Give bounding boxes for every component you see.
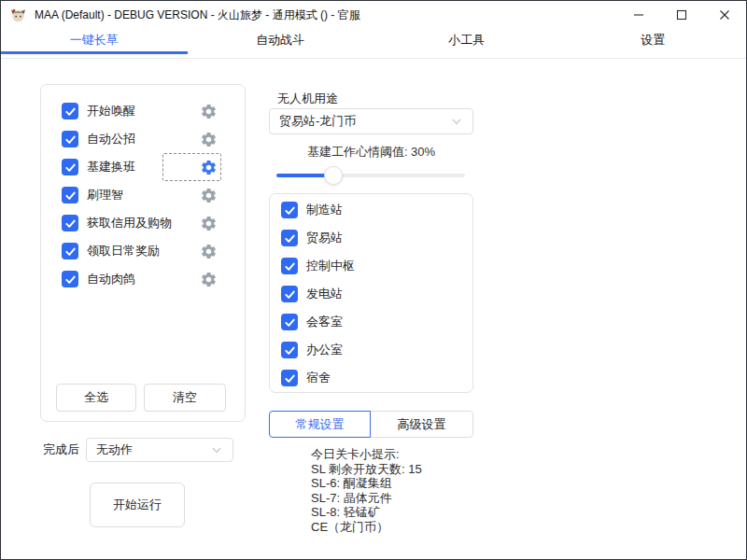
task-settings-gear-button-focused[interactable] bbox=[162, 153, 221, 181]
stage-tips-block: 今日关卡小提示: SL 剩余开放天数: 15 SL-6: 酮凝集组 SL-7: … bbox=[311, 447, 422, 535]
tab-label: 一键长草 bbox=[70, 32, 119, 49]
after-completion-row: 完成后 无动作 bbox=[43, 438, 233, 462]
facility-checkbox-control-center[interactable] bbox=[281, 258, 298, 274]
after-completion-select[interactable]: 无动作 bbox=[86, 438, 233, 462]
tab-label: 小工具 bbox=[448, 32, 485, 49]
chevron-down-icon bbox=[210, 443, 223, 456]
gear-icon bbox=[200, 271, 218, 288]
advanced-settings-button[interactable]: 高级设置 bbox=[370, 411, 473, 438]
facility-checkbox-manufacturing[interactable] bbox=[281, 202, 298, 218]
gear-icon bbox=[200, 103, 218, 120]
drone-usage-label: 无人机用途 bbox=[277, 91, 338, 107]
slider-thumb[interactable] bbox=[324, 166, 343, 185]
task-settings-gear-button[interactable] bbox=[162, 265, 221, 293]
tab-label: 设置 bbox=[641, 32, 665, 49]
facility-row-control-center: 控制中枢 bbox=[270, 252, 472, 280]
facility-checkbox-power[interactable] bbox=[281, 286, 298, 302]
start-run-button[interactable]: 开始运行 bbox=[90, 483, 185, 527]
task-label: 自动公招 bbox=[87, 131, 135, 147]
tab-settings[interactable]: 设置 bbox=[560, 29, 747, 51]
task-checkbox-base-shift[interactable] bbox=[62, 159, 78, 175]
app-logo-icon bbox=[10, 7, 26, 23]
task-row-auto-recruit: 自动公招 bbox=[41, 125, 245, 153]
facility-label: 办公室 bbox=[306, 342, 343, 358]
task-checkbox-wake-up[interactable] bbox=[62, 103, 78, 119]
task-label: 获取信用及购物 bbox=[87, 215, 172, 231]
app-window: MAA (Default) - DEBUG VERSION - 火山旅梦 - 通… bbox=[0, 0, 747, 560]
task-settings-gear-button[interactable] bbox=[162, 181, 221, 209]
task-checkbox-daily-rewards[interactable] bbox=[62, 243, 78, 259]
tip-line: CE（龙门币） bbox=[311, 520, 422, 535]
select-all-button[interactable]: 全选 bbox=[56, 384, 136, 412]
main-content: 开始唤醒 自动公招 基建换班 刷理智 获取信用及购物 bbox=[1, 58, 746, 559]
facility-row-power: 发电站 bbox=[270, 280, 472, 308]
tab-onekey-farming[interactable]: 一键长草 bbox=[1, 29, 188, 51]
gear-icon bbox=[200, 187, 218, 204]
title-bar: MAA (Default) - DEBUG VERSION - 火山旅梦 - 通… bbox=[1, 1, 746, 29]
maximize-button[interactable] bbox=[660, 1, 703, 29]
tip-line: SL-8: 轻锰矿 bbox=[311, 505, 422, 520]
window-title: MAA (Default) - DEBUG VERSION - 火山旅梦 - 通… bbox=[35, 7, 360, 23]
after-completion-value: 无动作 bbox=[96, 441, 133, 458]
facility-label: 控制中枢 bbox=[306, 258, 355, 274]
facility-label: 发电站 bbox=[306, 286, 343, 302]
tip-line: SL 剩余开放天数: 15 bbox=[311, 462, 422, 477]
tip-line: SL-6: 酮凝集组 bbox=[311, 476, 422, 491]
task-settings-gear-button[interactable] bbox=[162, 97, 221, 125]
task-row-auto-roguelike: 自动肉鸽 bbox=[41, 265, 245, 293]
task-list-panel: 开始唤醒 自动公招 基建换班 刷理智 获取信用及购物 bbox=[40, 84, 246, 422]
minimize-button[interactable] bbox=[617, 1, 660, 29]
facility-label: 贸易站 bbox=[306, 230, 343, 246]
tab-bar: 一键长草 自动战斗 小工具 设置 bbox=[1, 29, 746, 51]
clear-button[interactable]: 清空 bbox=[144, 384, 226, 412]
tip-line: 今日关卡小提示: bbox=[311, 447, 422, 462]
task-label: 基建换班 bbox=[87, 159, 135, 175]
mood-threshold-label: 基建工作心情阈值: 30% bbox=[269, 144, 473, 161]
task-row-farm-sanity: 刷理智 bbox=[41, 181, 245, 209]
close-button[interactable] bbox=[703, 1, 746, 29]
task-row-credit-shopping: 获取信用及购物 bbox=[41, 209, 245, 237]
facility-checkbox-trading[interactable] bbox=[281, 230, 298, 246]
maximize-icon bbox=[676, 9, 687, 21]
task-row-daily-rewards: 领取日常奖励 bbox=[41, 237, 245, 265]
drone-usage-select[interactable]: 贸易站-龙门币 bbox=[269, 108, 473, 134]
facility-row-manufacturing: 制造站 bbox=[270, 196, 472, 224]
task-settings-gear-button[interactable] bbox=[172, 209, 221, 237]
tab-label: 自动战斗 bbox=[256, 32, 304, 49]
facility-row-office: 办公室 bbox=[270, 336, 472, 364]
window-controls bbox=[617, 1, 746, 29]
facility-panel: 制造站 贸易站 控制中枢 发电站 会客室 bbox=[269, 193, 473, 393]
task-settings-gear-button[interactable] bbox=[162, 125, 221, 153]
task-checkbox-farm-sanity[interactable] bbox=[62, 187, 78, 203]
chevron-down-icon bbox=[450, 115, 463, 128]
task-row-wake-up: 开始唤醒 bbox=[41, 97, 245, 125]
facility-checkbox-dormitory[interactable] bbox=[281, 370, 298, 386]
gear-icon bbox=[200, 131, 218, 148]
facility-label: 制造站 bbox=[306, 202, 343, 218]
mood-threshold-slider[interactable] bbox=[276, 166, 465, 185]
facility-row-dormitory: 宿舍 bbox=[270, 364, 472, 392]
drone-usage-value: 贸易站-龙门币 bbox=[279, 113, 356, 130]
minimize-icon bbox=[633, 9, 644, 21]
close-icon bbox=[719, 9, 730, 21]
facility-label: 宿舍 bbox=[306, 370, 331, 386]
tab-small-tools[interactable]: 小工具 bbox=[374, 29, 560, 51]
task-checkbox-auto-recruit[interactable] bbox=[62, 131, 78, 147]
facility-row-trading: 贸易站 bbox=[270, 224, 472, 252]
tip-line: SL-7: 晶体元件 bbox=[311, 491, 422, 506]
task-label: 刷理智 bbox=[87, 187, 123, 203]
task-panel-buttons: 全选 清空 bbox=[41, 384, 245, 412]
task-checkbox-credit-shopping[interactable] bbox=[62, 215, 78, 231]
task-label: 自动肉鸽 bbox=[87, 271, 135, 287]
task-label: 领取日常奖励 bbox=[87, 243, 160, 259]
tab-auto-combat[interactable]: 自动战斗 bbox=[188, 29, 374, 51]
gear-icon bbox=[200, 159, 218, 176]
after-completion-label: 完成后 bbox=[43, 441, 79, 458]
task-checkbox-auto-roguelike[interactable] bbox=[62, 271, 78, 287]
task-settings-gear-button[interactable] bbox=[162, 237, 221, 265]
facility-checkbox-office[interactable] bbox=[281, 342, 298, 358]
facility-checkbox-reception[interactable] bbox=[281, 314, 298, 330]
facility-label: 会客室 bbox=[306, 314, 343, 330]
general-settings-button[interactable]: 常规设置 bbox=[269, 411, 371, 438]
task-row-base-shift: 基建换班 bbox=[41, 153, 245, 181]
